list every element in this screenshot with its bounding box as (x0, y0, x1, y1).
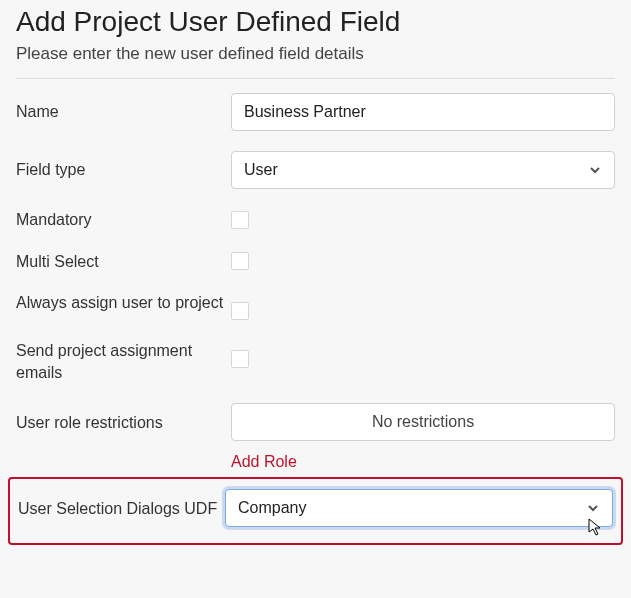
send-emails-checkbox[interactable] (231, 350, 249, 368)
user-selection-dialogs-select[interactable]: Company (225, 489, 613, 527)
user-role-restrictions-box[interactable]: No restrictions (231, 403, 615, 441)
user-selection-highlight: User Selection Dialogs UDF Company (8, 477, 623, 545)
user-selection-dialogs-label: User Selection Dialogs UDF (18, 498, 225, 520)
multi-select-checkbox[interactable] (231, 252, 249, 270)
restrictions-text: No restrictions (372, 413, 474, 431)
chevron-down-icon (588, 163, 602, 177)
name-input[interactable] (231, 93, 615, 131)
always-assign-label: Always assign user to project (16, 292, 231, 314)
add-role-link[interactable]: Add Role (231, 453, 297, 471)
divider (16, 78, 615, 79)
mandatory-label: Mandatory (16, 209, 231, 231)
name-label: Name (16, 101, 231, 123)
field-type-value: User (244, 161, 278, 179)
field-type-label: Field type (16, 159, 231, 181)
field-type-select[interactable]: User (231, 151, 615, 189)
send-emails-label: Send project assignment emails (16, 340, 231, 383)
page-subtitle: Please enter the new user defined field … (16, 44, 615, 64)
cursor-icon (588, 518, 604, 540)
mandatory-checkbox[interactable] (231, 211, 249, 229)
page-title: Add Project User Defined Field (16, 6, 615, 38)
always-assign-checkbox[interactable] (231, 302, 249, 320)
user-role-restrictions-label: User role restrictions (16, 412, 231, 434)
multi-select-label: Multi Select (16, 251, 231, 273)
chevron-down-icon (586, 501, 600, 515)
user-selection-value: Company (238, 499, 306, 517)
